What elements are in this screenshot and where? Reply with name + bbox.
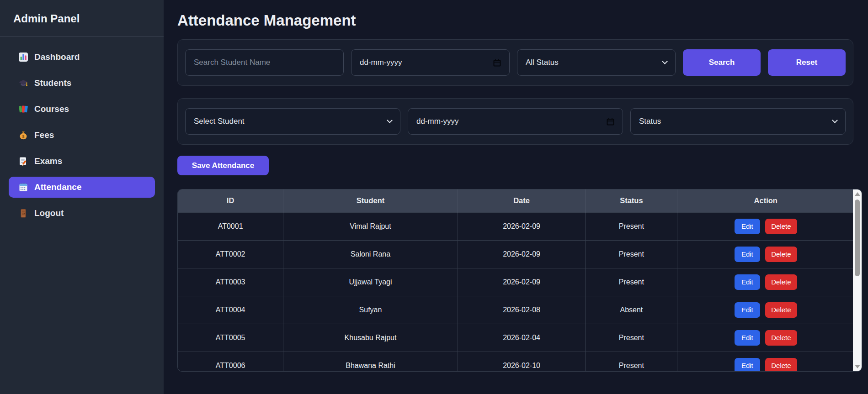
- delete-button[interactable]: Delete: [765, 302, 797, 318]
- calendar-picker-icon[interactable]: [493, 59, 501, 67]
- cell-id: ATT0003: [178, 268, 283, 296]
- cell-date: 2026-02-08: [458, 296, 586, 324]
- edit-button[interactable]: Edit: [735, 330, 760, 346]
- svg-text:$: $: [22, 134, 24, 139]
- cell-action: Edit Delete: [677, 212, 854, 240]
- door-icon: [18, 208, 28, 218]
- table-row: ATT0006 Bhawana Rathi 2026-02-10 Present…: [178, 352, 854, 371]
- sidebar: Admin Panel Dashboard Students Courses: [0, 0, 164, 394]
- sidebar-item-label: Dashboard: [34, 52, 80, 62]
- sidebar-title: Admin Panel: [9, 0, 155, 36]
- cell-date: 2026-02-09: [458, 268, 586, 296]
- sidebar-item-attendance[interactable]: Attendance: [9, 177, 155, 198]
- mark-date-input[interactable]: dd-mm-yyyy: [408, 108, 623, 135]
- filter-date-input[interactable]: dd-mm-yyyy: [351, 49, 510, 76]
- books-icon: [18, 104, 28, 114]
- date-placeholder: dd-mm-yyyy: [416, 117, 459, 126]
- cell-student: Saloni Rana: [283, 240, 458, 268]
- cell-action: Edit Delete: [677, 324, 854, 352]
- mark-status-select[interactable]: Status: [630, 108, 846, 135]
- scroll-up-arrow[interactable]: [853, 190, 862, 198]
- cell-id: ATT0006: [178, 352, 283, 371]
- cell-date: 2026-02-10: [458, 352, 586, 371]
- sidebar-menu: Dashboard Students Courses $ Fees: [9, 47, 155, 224]
- table-scrollbar[interactable]: [853, 189, 862, 371]
- cell-id: ATT0002: [178, 240, 283, 268]
- edit-button[interactable]: Edit: [735, 302, 760, 318]
- scrollbar-thumb[interactable]: [855, 200, 860, 276]
- column-header-student: Student: [283, 189, 458, 212]
- column-header-date: Date: [458, 189, 586, 212]
- status-filter-select[interactable]: All Status: [517, 49, 676, 76]
- attendance-table-container: ID Student Date Status Action AT0001 Vim…: [177, 189, 862, 372]
- cell-date: 2026-02-09: [458, 240, 586, 268]
- cell-id: ATT0005: [178, 324, 283, 352]
- chevron-down-icon: [832, 117, 838, 123]
- cell-id: AT0001: [178, 212, 283, 240]
- chevron-down-icon: [662, 58, 668, 64]
- sidebar-item-label: Exams: [34, 156, 62, 166]
- table-header-row: ID Student Date Status Action: [178, 189, 854, 212]
- cell-status: Present: [586, 352, 677, 371]
- search-button[interactable]: Search: [683, 49, 761, 76]
- table-row: ATT0004 Sufyan 2026-02-08 Absent Edit De…: [178, 296, 854, 324]
- sidebar-item-label: Students: [34, 78, 71, 88]
- cell-student: Ujjawal Tyagi: [283, 268, 458, 296]
- attendance-table: ID Student Date Status Action AT0001 Vim…: [178, 189, 854, 371]
- table-row: ATT0005 Khusabu Rajput 2026-02-04 Presen…: [178, 324, 854, 352]
- money-bag-icon: $: [18, 130, 28, 140]
- edit-button[interactable]: Edit: [735, 219, 760, 234]
- delete-button[interactable]: Delete: [765, 358, 797, 372]
- chevron-down-icon: [387, 117, 393, 123]
- reset-button[interactable]: Reset: [768, 49, 846, 76]
- sidebar-item-fees[interactable]: $ Fees: [9, 125, 155, 146]
- graduation-cap-icon: [18, 78, 28, 88]
- cell-action: Edit Delete: [677, 268, 854, 296]
- date-placeholder: dd-mm-yyyy: [360, 58, 402, 67]
- edit-button[interactable]: Edit: [735, 274, 760, 290]
- save-attendance-button[interactable]: Save Attendance: [177, 156, 269, 175]
- cell-status: Present: [586, 240, 677, 268]
- edit-button[interactable]: Edit: [735, 358, 760, 372]
- calendar-picker-icon[interactable]: [607, 118, 614, 126]
- mark-status-value: Status: [639, 117, 661, 126]
- column-header-id: ID: [178, 189, 283, 212]
- column-header-status: Status: [586, 189, 677, 212]
- cell-status: Present: [586, 268, 677, 296]
- cell-action: Edit Delete: [677, 240, 854, 268]
- delete-button[interactable]: Delete: [765, 247, 797, 262]
- cell-status: Absent: [586, 296, 677, 324]
- delete-button[interactable]: Delete: [765, 330, 797, 346]
- admin-app: Admin Panel Dashboard Students Courses: [0, 0, 868, 394]
- sidebar-divider: [0, 36, 164, 37]
- search-student-input[interactable]: [185, 49, 344, 76]
- sidebar-item-dashboard[interactable]: Dashboard: [9, 47, 155, 68]
- delete-button[interactable]: Delete: [765, 274, 797, 290]
- cell-id: ATT0004: [178, 296, 283, 324]
- sidebar-item-courses[interactable]: Courses: [9, 99, 155, 120]
- main-content: Attendance Management dd-mm-yyyy All Sta…: [164, 0, 868, 394]
- delete-button[interactable]: Delete: [765, 219, 797, 234]
- table-row: ATT0002 Saloni Rana 2026-02-09 Present E…: [178, 240, 854, 268]
- cell-student: Bhawana Rathi: [283, 352, 458, 371]
- sidebar-item-label: Fees: [34, 130, 54, 140]
- column-header-action: Action: [677, 189, 854, 212]
- sidebar-item-logout[interactable]: Logout: [9, 203, 155, 224]
- edit-button[interactable]: Edit: [735, 247, 760, 262]
- cell-action: Edit Delete: [677, 352, 854, 371]
- select-student-select[interactable]: Select Student: [185, 108, 400, 135]
- memo-icon: [18, 156, 28, 166]
- page-title: Attendance Management: [177, 12, 862, 29]
- sidebar-item-students[interactable]: Students: [9, 73, 155, 94]
- cell-student: Sufyan: [283, 296, 458, 324]
- sidebar-item-exams[interactable]: Exams: [9, 151, 155, 172]
- search-filter-card: dd-mm-yyyy All Status Search Reset: [177, 39, 853, 86]
- cell-student: Khusabu Rajput: [283, 324, 458, 352]
- cell-date: 2026-02-09: [458, 212, 586, 240]
- status-filter-value: All Status: [526, 58, 559, 67]
- sidebar-item-label: Logout: [34, 208, 64, 218]
- scroll-down-arrow[interactable]: [853, 363, 862, 370]
- sidebar-item-label: Attendance: [34, 182, 81, 192]
- bar-chart-icon: [18, 52, 28, 62]
- select-student-value: Select Student: [194, 117, 245, 126]
